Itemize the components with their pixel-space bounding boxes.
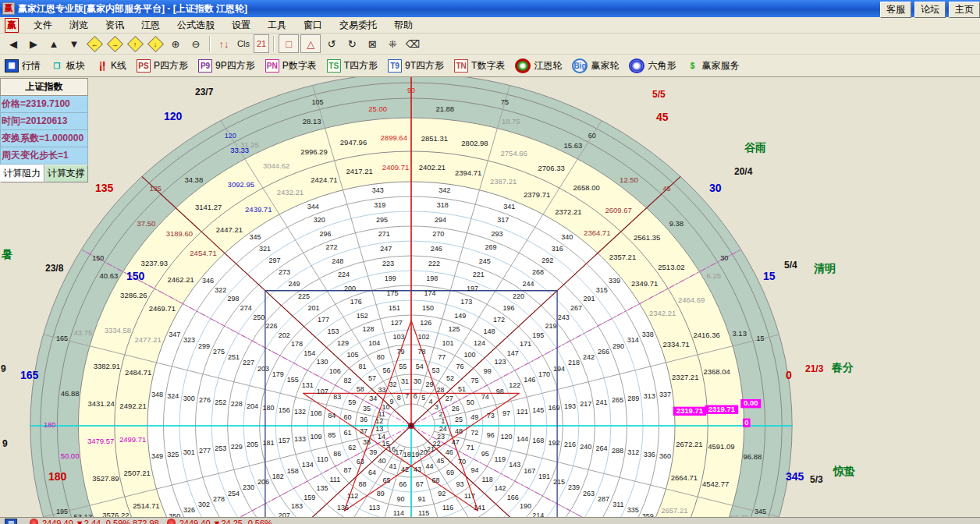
calc-support-button[interactable]: 计算支撑 xyxy=(44,165,89,182)
wheel-label-date-clipped-9: 9 xyxy=(2,438,8,449)
svg-text:197: 197 xyxy=(467,285,478,292)
tool-江恩轮[interactable]: 江恩轮 xyxy=(515,58,562,73)
calc-resistance-button[interactable]: 计算阻力 xyxy=(0,165,44,182)
panel-field-3[interactable]: 周天变化步长=1 xyxy=(0,147,88,165)
tool-P四方形[interactable]: PSP四方形 xyxy=(137,59,188,73)
diamond-up-icon[interactable]: ↑ xyxy=(126,35,144,52)
nav-left-icon[interactable]: ◀ xyxy=(4,35,23,52)
svg-text:2947.96: 2947.96 xyxy=(340,138,367,147)
svg-text:2387.21: 2387.21 xyxy=(490,177,517,186)
svg-text:66: 66 xyxy=(399,480,407,488)
tool-T数字表[interactable]: TNT数字表 xyxy=(454,59,505,73)
separator xyxy=(273,36,275,51)
nav-right-icon[interactable]: ▶ xyxy=(24,35,43,52)
diamond-left-icon[interactable]: ← xyxy=(85,35,104,52)
svg-text:2851.31: 2851.31 xyxy=(421,134,448,143)
svg-text:271: 271 xyxy=(378,230,390,238)
menu-9[interactable]: 帮助 xyxy=(385,17,421,34)
svg-text:220: 220 xyxy=(513,292,524,300)
forum-button[interactable]: 论坛 xyxy=(914,2,946,18)
svg-text:250: 250 xyxy=(253,313,265,321)
zoom-out-icon[interactable]: ⊖ xyxy=(186,35,205,52)
tool-T四方形[interactable]: TST四方形 xyxy=(327,59,378,73)
svg-text:267: 267 xyxy=(570,304,582,312)
rotate-cw-icon[interactable]: ↻ xyxy=(343,35,361,52)
diamond-right-icon[interactable]: → xyxy=(105,35,124,52)
svg-text:254: 254 xyxy=(228,490,240,497)
svg-text:195: 195 xyxy=(532,331,544,339)
menu-0[interactable]: 文件 xyxy=(25,17,61,34)
cls-button[interactable]: Cls xyxy=(235,35,252,52)
rotate-ccw-icon[interactable]: ↺ xyxy=(322,35,341,52)
svg-text:217: 217 xyxy=(580,400,591,408)
window-title: 赢家江恩专业版[赢家内部服务平台] - [上证指数 江恩轮] xyxy=(18,2,247,16)
menu-8[interactable]: 交易委托 xyxy=(331,17,385,34)
tool-赢家服务[interactable]: $赢家服务 xyxy=(686,59,739,73)
expand-icon[interactable]: ⊠ xyxy=(363,35,382,52)
wheel-label-date-23/8: 23/8 xyxy=(45,263,63,274)
menu-4[interactable]: 公式选股 xyxy=(169,17,223,34)
calendar-icon[interactable]: 21 xyxy=(254,34,269,53)
shrink-icon[interactable]: ⁜ xyxy=(383,35,402,52)
tool-label: 赢家轮 xyxy=(591,59,619,73)
menu-3[interactable]: 江恩 xyxy=(133,17,169,34)
homepage-button[interactable]: 主页 xyxy=(949,2,980,18)
menu-2[interactable]: 资讯 xyxy=(97,17,133,34)
menu-1[interactable]: 浏览 xyxy=(61,17,97,34)
svg-text:151: 151 xyxy=(389,304,400,312)
tool-K线[interactable]: ╽╿K线 xyxy=(95,59,126,73)
tool-P数字表[interactable]: PNP数字表 xyxy=(265,59,317,73)
svg-text:2754.66: 2754.66 xyxy=(501,149,527,158)
svg-text:87: 87 xyxy=(344,466,352,474)
menu-6[interactable]: 工具 xyxy=(259,17,295,34)
zoom-in-icon[interactable]: ⊕ xyxy=(166,35,185,52)
svg-text:201: 201 xyxy=(308,304,320,312)
svg-text:249: 249 xyxy=(289,280,300,288)
panel-field-0[interactable]: 价格=2319.7100 xyxy=(0,96,88,113)
nav-down-icon[interactable]: ▼ xyxy=(65,35,83,52)
svg-text:37: 37 xyxy=(360,427,368,435)
svg-text:3189.60: 3189.60 xyxy=(166,229,193,238)
panel-field-1[interactable]: 时间=20120613 xyxy=(0,113,88,130)
tool-9T四方形[interactable]: T99T四方形 xyxy=(388,59,444,73)
panel-field-2[interactable]: 变换系数=1.000000 xyxy=(0,130,88,147)
tool-赢家轮[interactable]: Big赢家轮 xyxy=(572,58,619,73)
triangle-tool-icon[interactable]: △ xyxy=(300,34,321,53)
menu-5[interactable]: 设置 xyxy=(223,17,259,34)
svg-text:321: 321 xyxy=(259,245,271,253)
svg-text:2447.21: 2447.21 xyxy=(216,225,243,234)
svg-text:132: 132 xyxy=(294,408,306,416)
nav-up-icon[interactable]: ▲ xyxy=(44,35,63,52)
svg-text:345: 345 xyxy=(250,233,261,241)
svg-text:183: 183 xyxy=(291,502,303,510)
svg-text:122: 122 xyxy=(509,381,520,389)
svg-text:70: 70 xyxy=(458,458,466,466)
tool-行情[interactable]: ▦行情 xyxy=(5,59,41,73)
svg-text:74: 74 xyxy=(481,393,489,401)
tool-六角形[interactable]: 六角形 xyxy=(629,58,676,73)
wheel-icon xyxy=(515,58,531,73)
svg-text:2416.36: 2416.36 xyxy=(693,331,719,339)
svg-text:17: 17 xyxy=(395,448,403,456)
svg-text:108: 108 xyxy=(310,409,321,417)
candles-icon: ╽╿ xyxy=(95,60,108,72)
customer-service-button[interactable]: 客服 xyxy=(880,2,911,18)
menu-7[interactable]: 窗口 xyxy=(295,17,331,34)
svg-text:3479.57: 3479.57 xyxy=(87,437,114,445)
svg-text:121: 121 xyxy=(517,408,528,416)
clear-icon[interactable]: ⌫ xyxy=(403,35,422,52)
gann-wheel[interactable]: 1234567891011121314151617181920212223242… xyxy=(0,77,980,520)
tool-板块[interactable]: ❒板块 xyxy=(51,59,85,73)
svg-text:170: 170 xyxy=(538,370,550,378)
svg-text:45: 45 xyxy=(436,457,444,465)
menu-logo-icon: 赢 xyxy=(5,18,19,33)
svg-text:169: 169 xyxy=(549,404,560,412)
svg-text:225: 225 xyxy=(298,292,310,300)
updown-icon[interactable]: ↑↓ xyxy=(215,35,233,52)
svg-text:2357.21: 2357.21 xyxy=(609,253,636,261)
svg-text:73: 73 xyxy=(487,412,495,420)
diamond-down-icon[interactable]: ↓ xyxy=(146,35,165,52)
square-tool-icon[interactable]: □ xyxy=(279,34,299,53)
tool-9P四方形[interactable]: P99P四方形 xyxy=(198,59,255,73)
svg-text:71: 71 xyxy=(467,444,474,451)
